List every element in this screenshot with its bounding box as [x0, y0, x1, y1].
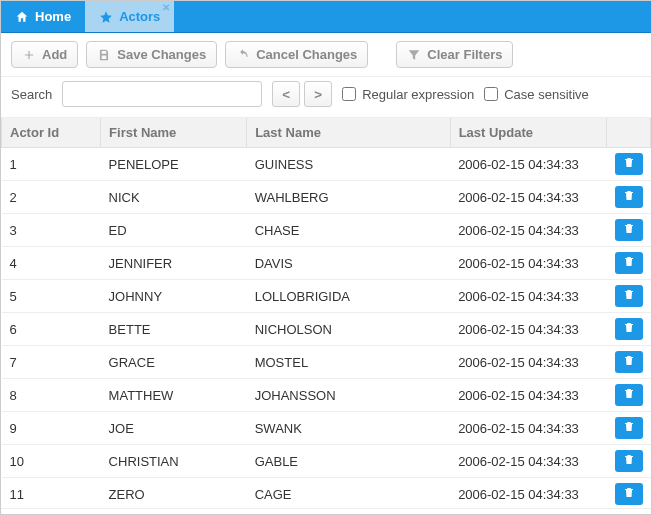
tab-home[interactable]: Home: [1, 1, 85, 32]
table-header-row: Actor Id First Name Last Name Last Updat…: [2, 118, 651, 148]
cell-id: 11: [2, 478, 101, 509]
regex-label: Regular expression: [362, 87, 474, 102]
case-label: Case sensitive: [504, 87, 589, 102]
col-actions: [607, 118, 651, 148]
cell-updated: 2006-02-15 04:34:33: [450, 214, 607, 247]
filter-icon: [407, 48, 421, 62]
col-first-name[interactable]: First Name: [101, 118, 247, 148]
home-icon: [15, 10, 29, 24]
cell-updated: 2006-02-15 04:34:33: [450, 412, 607, 445]
table-row[interactable]: 2NICKWAHLBERG2006-02-15 04:34:33: [2, 181, 651, 214]
clear-label: Clear Filters: [427, 47, 502, 62]
delete-button[interactable]: [615, 219, 643, 241]
table-row[interactable]: 6BETTENICHOLSON2006-02-15 04:34:33: [2, 313, 651, 346]
cell-id: 6: [2, 313, 101, 346]
cell-last: NICHOLSON: [247, 313, 450, 346]
cell-id: 7: [2, 346, 101, 379]
cancel-button[interactable]: Cancel Changes: [225, 41, 368, 68]
cell-updated: 2006-02-15 04:34:33: [450, 280, 607, 313]
table-row[interactable]: 3EDCHASE2006-02-15 04:34:33: [2, 214, 651, 247]
clear-filters-button[interactable]: Clear Filters: [396, 41, 513, 68]
search-input[interactable]: [62, 81, 262, 107]
delete-button[interactable]: [615, 483, 643, 505]
table-row[interactable]: 1PENELOPEGUINESS2006-02-15 04:34:33: [2, 148, 651, 181]
cell-last: GUINESS: [247, 148, 450, 181]
delete-button[interactable]: [615, 186, 643, 208]
table-row[interactable]: 5JOHNNYLOLLOBRIGIDA2006-02-15 04:34:33: [2, 280, 651, 313]
cell-actions: [607, 478, 651, 509]
trash-icon: [623, 486, 635, 502]
case-checkbox[interactable]: Case sensitive: [484, 87, 589, 102]
star-icon: [99, 10, 113, 24]
delete-button[interactable]: [615, 153, 643, 175]
trash-icon: [623, 255, 635, 271]
regex-checkbox[interactable]: Regular expression: [342, 87, 474, 102]
cell-updated: 2006-02-15 04:34:33: [450, 313, 607, 346]
add-button[interactable]: Add: [11, 41, 78, 68]
regex-checkbox-input[interactable]: [342, 87, 356, 101]
cell-updated: 2006-02-15 04:34:33: [450, 148, 607, 181]
delete-button[interactable]: [615, 417, 643, 439]
add-label: Add: [42, 47, 67, 62]
cell-actions: [607, 346, 651, 379]
delete-button[interactable]: [615, 252, 643, 274]
save-button[interactable]: Save Changes: [86, 41, 217, 68]
cell-id: 3: [2, 214, 101, 247]
cell-first: NICK: [101, 181, 247, 214]
cell-first: GRACE: [101, 346, 247, 379]
cell-id: 4: [2, 247, 101, 280]
cell-last: JOHANSSON: [247, 379, 450, 412]
delete-button[interactable]: [615, 351, 643, 373]
case-checkbox-input[interactable]: [484, 87, 498, 101]
delete-button[interactable]: [615, 318, 643, 340]
undo-icon: [236, 48, 250, 62]
cell-id: 5: [2, 280, 101, 313]
cell-last: WAHLBERG: [247, 181, 450, 214]
table-scroll[interactable]: Actor Id First Name Last Name Last Updat…: [1, 118, 651, 508]
table-row[interactable]: 4JENNIFERDAVIS2006-02-15 04:34:33: [2, 247, 651, 280]
cell-last: SWANK: [247, 412, 450, 445]
col-last-update[interactable]: Last Update: [450, 118, 607, 148]
table-row[interactable]: 9JOESWANK2006-02-15 04:34:33: [2, 412, 651, 445]
cell-first: JOHNNY: [101, 280, 247, 313]
search-label: Search: [11, 87, 52, 102]
table-row[interactable]: 7GRACEMOSTEL2006-02-15 04:34:33: [2, 346, 651, 379]
save-label: Save Changes: [117, 47, 206, 62]
trash-icon: [623, 354, 635, 370]
cell-id: 2: [2, 181, 101, 214]
search-row: Search < > Regular expression Case sensi…: [1, 77, 651, 118]
cell-first: BETTE: [101, 313, 247, 346]
col-last-name[interactable]: Last Name: [247, 118, 450, 148]
cell-last: CHASE: [247, 214, 450, 247]
cell-first: PENELOPE: [101, 148, 247, 181]
cell-updated: 2006-02-15 04:34:33: [450, 445, 607, 478]
cell-updated: 2006-02-15 04:34:33: [450, 478, 607, 509]
delete-button[interactable]: [615, 450, 643, 472]
cell-first: JOE: [101, 412, 247, 445]
cell-actions: [607, 148, 651, 181]
trash-icon: [623, 288, 635, 304]
delete-button[interactable]: [615, 285, 643, 307]
cell-actions: [607, 412, 651, 445]
cell-updated: 2006-02-15 04:34:33: [450, 181, 607, 214]
table-row[interactable]: 11ZEROCAGE2006-02-15 04:34:33: [2, 478, 651, 509]
cell-actions: [607, 280, 651, 313]
cell-updated: 2006-02-15 04:34:33: [450, 379, 607, 412]
close-icon[interactable]: ✕: [162, 3, 170, 13]
table-row[interactable]: 10CHRISTIANGABLE2006-02-15 04:34:33: [2, 445, 651, 478]
tab-actors-label: Actors: [119, 9, 160, 24]
cancel-label: Cancel Changes: [256, 47, 357, 62]
cell-id: 1: [2, 148, 101, 181]
search-prev-button[interactable]: <: [272, 81, 300, 107]
tab-bar-fill: [174, 1, 651, 32]
search-next-button[interactable]: >: [304, 81, 332, 107]
col-actor-id[interactable]: Actor Id: [2, 118, 101, 148]
delete-button[interactable]: [615, 384, 643, 406]
cell-id: 9: [2, 412, 101, 445]
cell-actions: [607, 445, 651, 478]
table-row[interactable]: 8MATTHEWJOHANSSON2006-02-15 04:34:33: [2, 379, 651, 412]
trash-icon: [623, 321, 635, 337]
trash-icon: [623, 189, 635, 205]
cell-last: LOLLOBRIGIDA: [247, 280, 450, 313]
tab-actors[interactable]: Actors ✕: [85, 1, 174, 32]
